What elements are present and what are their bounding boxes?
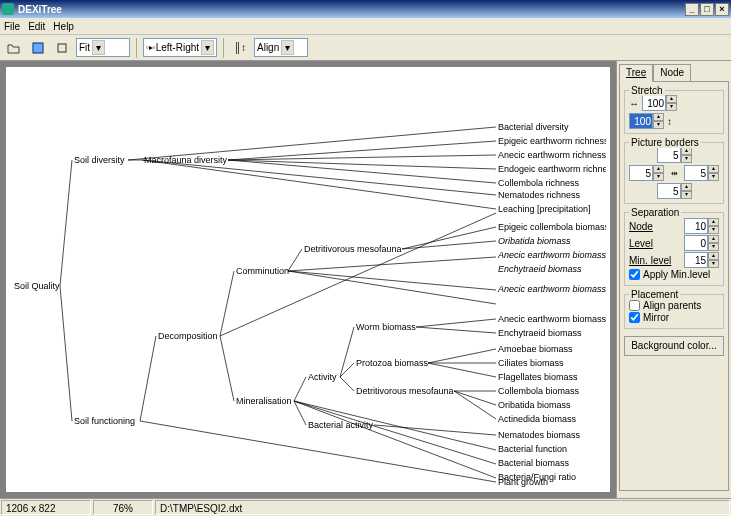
align-icon[interactable]: ║↕ — [230, 38, 250, 58]
zoom-select[interactable]: Fit▾ — [76, 38, 130, 57]
svg-text:Plant growth: Plant growth — [498, 477, 548, 487]
svg-text:Epigeic earthworm richness: Epigeic earthworm richness — [498, 136, 606, 146]
bg-color-button[interactable]: Background color... — [624, 336, 724, 356]
svg-text:Anecic earthworm biomass: Anecic earthworm biomass — [497, 250, 606, 260]
svg-text:Leaching [precipitation]: Leaching [precipitation] — [498, 204, 591, 214]
separation-group: Separation Node▴▾ Level▴▾ Min. level▴▾ A… — [624, 212, 724, 286]
menu-file[interactable]: File — [4, 21, 20, 32]
border-right[interactable]: ▴▾ — [684, 165, 719, 181]
align-select[interactable]: Align▾ — [254, 38, 308, 57]
menubar: File Edit Help — [0, 18, 731, 35]
svg-text:Protozoa biomass: Protozoa biomass — [356, 358, 429, 368]
status-path: D:\TMP\ESQI2.dxt — [155, 500, 730, 515]
stretch-v-icon: ↕ — [667, 116, 672, 127]
svg-text:Collembola richness: Collembola richness — [498, 178, 580, 188]
svg-text:Bacterial biomass: Bacterial biomass — [498, 458, 570, 468]
svg-text:Bacterial function: Bacterial function — [498, 444, 567, 454]
svg-text:Nematodes biomass: Nematodes biomass — [498, 430, 581, 440]
sep-node[interactable]: ▴▾ — [684, 218, 719, 234]
close-button[interactable]: × — [715, 3, 729, 16]
tree-canvas[interactable]: Soil Quality Soil diversity Macrofauna d… — [6, 67, 610, 492]
minimize-button[interactable]: _ — [685, 3, 699, 16]
maximize-button[interactable]: □ — [700, 3, 714, 16]
svg-text:Enchytraeid biomass: Enchytraeid biomass — [498, 328, 582, 338]
align-parents-checkbox[interactable]: Align parents — [629, 300, 719, 311]
svg-text:Worm biomass: Worm biomass — [356, 322, 416, 332]
tab-tree[interactable]: Tree — [619, 64, 653, 82]
svg-text:Soil functioning: Soil functioning — [74, 416, 135, 426]
svg-rect-0 — [33, 43, 43, 53]
stretch-h-icon: ↔ — [629, 98, 639, 109]
save-icon[interactable] — [28, 38, 48, 58]
border-top[interactable]: ▴▾ — [657, 147, 692, 163]
stretch-x-input[interactable]: ▴▾ — [642, 95, 677, 111]
svg-text:Macrofauna diversity: Macrofauna diversity — [144, 155, 228, 165]
canvas-area: Soil Quality Soil diversity Macrofauna d… — [0, 61, 616, 498]
toggle-icon[interactable] — [52, 38, 72, 58]
menu-edit[interactable]: Edit — [28, 21, 45, 32]
border-left[interactable]: ▴▾ — [629, 165, 664, 181]
titlebar: DEXiTree _ □ × — [0, 0, 731, 18]
statusbar: 1206 x 822 76% D:\TMP\ESQI2.dxt — [0, 498, 731, 516]
svg-text:Detritivorous mesofauna: Detritivorous mesofauna — [304, 244, 402, 254]
svg-text:Nematodes richness: Nematodes richness — [498, 190, 581, 200]
svg-text:Epigeic collembola biomass: Epigeic collembola biomass — [498, 222, 606, 232]
svg-text:Ciliates biomass: Ciliates biomass — [498, 358, 564, 368]
svg-rect-1 — [58, 44, 66, 52]
svg-text:Anecic earthworm biomass: Anecic earthworm biomass — [497, 284, 606, 294]
border-diagram-icon: ⇹ — [671, 169, 678, 178]
layout-select[interactable]: ◦▸◦ Left-Right▾ — [143, 38, 217, 57]
placement-group: Placement Align parents Mirror — [624, 294, 724, 329]
svg-text:Oribatida biomass: Oribatida biomass — [498, 236, 571, 246]
svg-text:Endogeic earthworm richness: Endogeic earthworm richness — [498, 164, 606, 174]
status-dims: 1206 x 822 — [1, 500, 91, 515]
toolbar: Fit▾ ◦▸◦ Left-Right▾ ║↕ Align▾ — [0, 35, 731, 61]
svg-text:Anecic earthworm biomass: Anecic earthworm biomass — [498, 314, 606, 324]
side-panel: Tree Node Stretch ↔ ▴▾ ▴▾ ↕ Picture bord… — [616, 61, 731, 498]
svg-text:Actinedida biomass: Actinedida biomass — [498, 414, 577, 424]
svg-text:Collembola biomass: Collembola biomass — [498, 386, 580, 396]
svg-text:Oribatida biomass: Oribatida biomass — [498, 400, 571, 410]
sep-min[interactable]: ▴▾ — [684, 252, 719, 268]
sep-level[interactable]: ▴▾ — [684, 235, 719, 251]
chevron-down-icon[interactable]: ▾ — [281, 40, 294, 55]
chevron-down-icon[interactable]: ▾ — [92, 40, 105, 55]
open-icon[interactable] — [4, 38, 24, 58]
stretch-y-input[interactable]: ▴▾ — [629, 113, 664, 129]
menu-help[interactable]: Help — [53, 21, 74, 32]
borders-group: Picture borders ▴▾ ▴▾ ⇹ ▴▾ ▴▾ — [624, 142, 724, 204]
svg-text:Activity: Activity — [308, 372, 337, 382]
apply-min-checkbox[interactable]: Apply Min.level — [629, 269, 719, 280]
mirror-checkbox[interactable]: Mirror — [629, 312, 719, 323]
window-title: DEXiTree — [18, 4, 62, 15]
svg-text:Bacterial activity: Bacterial activity — [308, 420, 374, 430]
svg-text:Amoebae biomass: Amoebae biomass — [498, 344, 573, 354]
svg-text:Anecic earthworm richness: Anecic earthworm richness — [498, 150, 606, 160]
svg-text:Comminution: Comminution — [236, 266, 289, 276]
stretch-group: Stretch ↔ ▴▾ ▴▾ ↕ — [624, 90, 724, 134]
svg-text:Decomposition: Decomposition — [158, 331, 218, 341]
svg-text:Soil diversity: Soil diversity — [74, 155, 125, 165]
app-icon — [2, 3, 14, 15]
svg-text:Flagellates biomass: Flagellates biomass — [498, 372, 578, 382]
svg-text:Enchytraeid biomass: Enchytraeid biomass — [498, 264, 582, 274]
tab-node[interactable]: Node — [653, 64, 691, 82]
chevron-down-icon[interactable]: ▾ — [201, 40, 214, 55]
svg-text:Detritivorous mesofauna: Detritivorous mesofauna — [356, 386, 454, 396]
border-bottom[interactable]: ▴▾ — [657, 183, 692, 199]
svg-text:Bacterial diversity: Bacterial diversity — [498, 122, 569, 132]
status-zoom: 76% — [93, 500, 153, 515]
svg-text:Soil Quality: Soil Quality — [14, 281, 60, 291]
svg-text:Mineralisation: Mineralisation — [236, 396, 292, 406]
